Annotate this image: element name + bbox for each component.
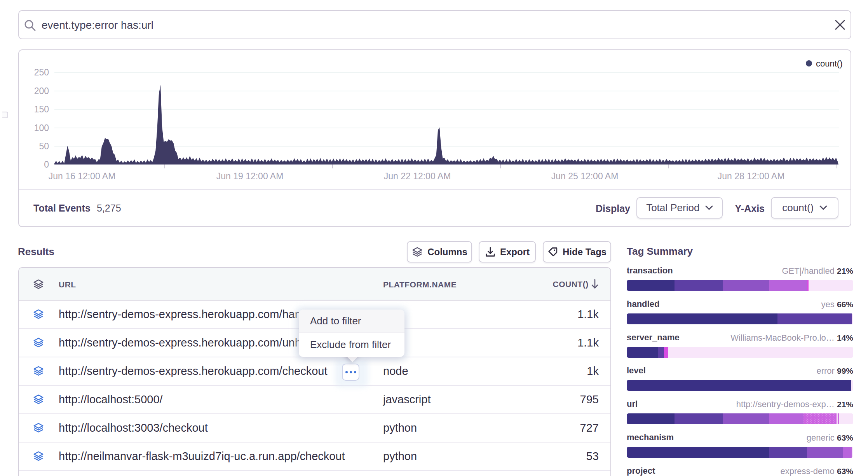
svg-text:150: 150 (34, 104, 49, 114)
svg-text:0: 0 (44, 159, 49, 170)
svg-text:200: 200 (34, 86, 49, 96)
svg-text:Jun 25 12:00 AM: Jun 25 12:00 AM (551, 171, 619, 181)
svg-text:Jun 28 12:00 AM: Jun 28 12:00 AM (718, 171, 785, 181)
svg-text:Jun 19 12:00 AM: Jun 19 12:00 AM (216, 171, 284, 181)
svg-text:Jun 22 12:00 AM: Jun 22 12:00 AM (384, 171, 451, 181)
svg-text:250: 250 (34, 67, 49, 77)
svg-text:50: 50 (39, 141, 49, 151)
svg-text:Jun 16 12:00 AM: Jun 16 12:00 AM (49, 171, 116, 181)
svg-text:count(): count() (816, 59, 842, 68)
svg-text:100: 100 (34, 123, 49, 133)
